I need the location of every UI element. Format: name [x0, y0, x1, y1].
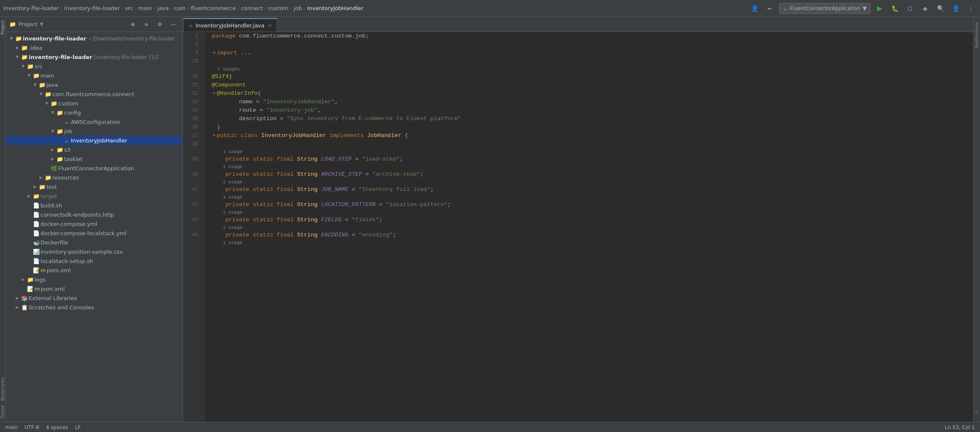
breadcrumb-item-com[interactable]: com — [174, 5, 186, 11]
run-button[interactable]: ▶ — [874, 3, 886, 14]
status-indent[interactable]: 4 spaces — [46, 424, 68, 430]
tree-item-ext-libs[interactable]: ▶ 📚 External Libraries — [6, 293, 183, 303]
tree-item-logs[interactable]: ▶ 📁 logs — [6, 275, 183, 284]
status-position[interactable]: Ln 53, Col 1 — [945, 424, 975, 430]
toolkit-tool-button[interactable]: Toolkit — [0, 403, 6, 420]
tree-item-fluent-app[interactable]: ▶ 🌿 FluentConnectorApplication — [6, 164, 183, 173]
back-button[interactable]: ← — [764, 3, 776, 14]
notifications-label[interactable]: Notifications — [973, 20, 980, 50]
code-editor: 1 2 3 29 30 31 32 33 34 35 36 37 38 39 4… — [183, 32, 973, 422]
locate-button[interactable]: ⊕ — [127, 19, 139, 30]
status-lf[interactable]: LF — [75, 424, 81, 430]
close-tab-button[interactable]: × — [268, 23, 272, 28]
tree-item-module[interactable]: ▼ 📁 inventory-file-loader [inventory-fil… — [6, 52, 183, 62]
folder-icon: 📁 — [27, 63, 34, 70]
breadcrumb-item-java[interactable]: java — [157, 5, 169, 11]
tree-item-config[interactable]: ▼ 📁 config — [6, 108, 183, 117]
tree-item-pom-root[interactable]: ▶ 📝 m pom.xml — [6, 284, 183, 293]
breadcrumb-item-main[interactable]: main — [138, 5, 152, 11]
tree-item-main[interactable]: ▼ 📁 main — [6, 71, 183, 80]
tree-item-csv[interactable]: ▶ 📊 inventory-position-sample.csv — [6, 247, 183, 256]
debug-button[interactable]: 🐛 — [889, 3, 901, 14]
tree-item-aws[interactable]: ▶ ☕ AWSConfiguration — [6, 117, 183, 126]
fold-button-37[interactable]: ▼ — [212, 131, 217, 140]
tree-item-docker-compose[interactable]: ▶ 📄 docker-compose.yml — [6, 219, 183, 228]
run-config-selector[interactable]: ☕ FluentConnectorApplication ▼ — [779, 3, 870, 14]
breadcrumb-item-1[interactable]: inventory-file-loader — [3, 5, 59, 11]
tree-item-package[interactable]: ▼ 📁 com.fluentcommerce.connect — [6, 89, 183, 99]
notifications-sidebar: Notifications ✓ — [973, 17, 980, 422]
tree-item-build-sh[interactable]: ▶ 📄 build.sh — [6, 201, 183, 210]
breadcrumb: inventory-file-loader › inventory-file-l… — [3, 5, 749, 11]
close-panel-button[interactable]: — — [167, 19, 179, 30]
breadcrumb-item-src[interactable]: src — [125, 5, 133, 11]
tree-item-tasklet[interactable]: ▶ 📁 tasklet — [6, 154, 183, 164]
folder-icon: 📁 — [57, 110, 63, 116]
breadcrumb-item-connect[interactable]: connect — [241, 5, 263, 11]
avatar-button[interactable]: 👤 — [950, 3, 961, 14]
code-line-34: route = "inventory-job", — [212, 106, 973, 115]
tree-item-docker-compose-local[interactable]: ▶ 📄 docker-compose-localstack.yml — [6, 228, 183, 238]
java-tab-icon: ☕ — [188, 22, 193, 28]
code-line-37: ▼ public class InventoryJobHandler imple… — [212, 131, 973, 140]
build-ok-indicator: ✓ — [974, 405, 980, 419]
breadcrumb-item-custom[interactable]: custom — [268, 5, 288, 11]
hint-1usage-f: 1 usage — [212, 224, 973, 231]
folder-icon: 📁 — [15, 35, 22, 42]
main-layout: Project Bookmarks Toolkit 📁 Project ▼ ⊕ … — [0, 17, 980, 422]
tree-item-root[interactable]: ▼ 📁 inventory-file-loader ~/Downloads/in… — [6, 34, 183, 43]
code-content[interactable]: package com.fluentcommerce.connect.custo… — [205, 32, 973, 422]
line-num-3: 3 — [195, 49, 202, 57]
docker-icon: 🐋 — [33, 239, 40, 246]
status-encoding[interactable]: UTF-8 — [24, 424, 39, 430]
editor-tab-inventory[interactable]: ☕ InventoryJobHandler.java × — [183, 18, 277, 32]
fold-button-3[interactable]: ▼ — [212, 49, 217, 57]
tree-item-src[interactable]: ▼ 📁 src — [6, 62, 183, 71]
expand-arrow[interactable]: ▼ — [8, 36, 14, 40]
collapse-button[interactable]: ≡ — [140, 19, 152, 30]
tree-item-idea[interactable]: ▶ 📁 .idea — [6, 43, 183, 52]
breadcrumb-item-job[interactable]: job — [293, 5, 302, 11]
line-num-33: 33 — [192, 98, 202, 106]
folder-icon: 📁 — [33, 193, 40, 199]
sh-icon: 📄 — [33, 258, 40, 264]
vcs-button[interactable]: 👤 — [749, 3, 761, 14]
tree-item-java[interactable]: ▼ 📁 java — [6, 80, 183, 89]
line-num-29: 29 — [192, 57, 202, 66]
http-icon: 📄 — [33, 212, 40, 218]
tree-item-scratches[interactable]: ▶ 📋 Scratches and Consoles — [6, 303, 183, 312]
tree-item-inventory-job-handler[interactable]: ▶ ☕ InventoryJobHandler — [6, 136, 183, 145]
tree-item-target[interactable]: ▶ 📁 target — [6, 191, 183, 201]
fold-button-32[interactable]: ▼ — [212, 89, 217, 98]
bookmarks-tool-button[interactable]: Bookmarks — [0, 376, 6, 402]
breadcrumb-item-2[interactable]: inventory-file-loader — [64, 5, 120, 11]
tree-item-localstack[interactable]: ▶ 📄 localstack-setup.sh — [6, 256, 183, 266]
line-num-31: 31 — [192, 81, 202, 89]
settings-button[interactable]: ⚙ — [154, 19, 166, 30]
status-git[interactable]: main — [5, 424, 18, 430]
project-tool-button[interactable]: Project — [0, 19, 6, 36]
tree-item-job[interactable]: ▼ 📁 job — [6, 126, 183, 136]
code-line-42: private static final String LOCATION_PAT… — [212, 201, 973, 209]
breadcrumb-item-fluentcommerce[interactable]: fluentcommerce — [191, 5, 236, 11]
line-num-2: 2 — [195, 40, 202, 49]
tree-item-s3[interactable]: ▶ 📁 s3 — [6, 145, 183, 154]
search-button[interactable]: 🔍 — [934, 3, 946, 14]
coverage-button[interactable]: ⬡ — [904, 3, 916, 14]
breadcrumb-item-handler[interactable]: InventoryJobHandler — [307, 5, 363, 11]
code-line-44: private static final String ENCODING = "… — [212, 231, 973, 239]
folder-icon: 📁 — [21, 54, 28, 60]
tree-item-test[interactable]: ▶ 📁 test — [6, 182, 183, 191]
tree-item-dockerfile[interactable]: ▶ 🐋 Dockerfile — [6, 238, 183, 247]
more-button[interactable]: ⋮ — [965, 3, 977, 14]
profile-button[interactable]: ◈ — [919, 3, 931, 14]
code-line-31: @Component — [212, 81, 973, 89]
folder-icon: 📁 — [57, 147, 63, 153]
tree-item-pom[interactable]: ▶ 📝 m pom.xml — [6, 266, 183, 275]
tree-item-custom[interactable]: ▼ 📁 custom — [6, 99, 183, 108]
code-line-3: ▼ import ... — [212, 49, 973, 57]
tree-item-connectsdk[interactable]: ▶ 📄 connectsdk-endpoints.http — [6, 210, 183, 219]
tree-item-resources[interactable]: ▶ 📁 resources — [6, 173, 183, 182]
hint-2usages: 2 usages — [212, 66, 973, 72]
code-line-gap — [212, 57, 973, 66]
